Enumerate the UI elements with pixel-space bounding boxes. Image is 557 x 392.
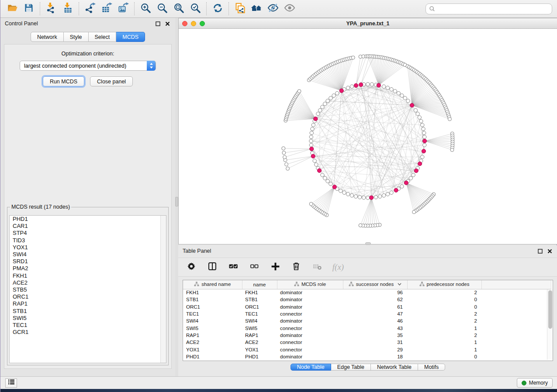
mcds-result-list[interactable]: PHD1CAR1STP4TID3YOX1SWI4SRD1PMA2FKH1ACE2…	[9, 215, 166, 363]
mcds-result-item[interactable]: RAP1	[10, 300, 166, 307]
delete-table-button[interactable]	[311, 261, 323, 273]
table-row[interactable]: RAP1RAP1dominator352	[183, 332, 551, 339]
table-cell[interactable]: YOX1	[183, 346, 242, 353]
mcds-result-item[interactable]: SRD1	[10, 258, 166, 265]
table-cell[interactable]: ACE2	[183, 339, 242, 346]
refresh-view-button[interactable]	[209, 1, 226, 16]
import-table-button[interactable]	[59, 1, 76, 16]
add-column-button[interactable]	[269, 261, 281, 273]
table-cell[interactable]: FKH1	[242, 289, 277, 296]
table-cell[interactable]: FKH1	[183, 289, 242, 296]
tab-select[interactable]: Select	[89, 32, 117, 42]
zoom-out-button[interactable]	[154, 1, 170, 16]
tab-network-table[interactable]: Network Table	[371, 364, 418, 371]
table-cell[interactable]: 2	[407, 317, 481, 324]
table-cell[interactable]: 31	[343, 339, 407, 346]
close-table-panel-icon[interactable]	[546, 248, 553, 254]
table-cell[interactable]: 1	[407, 346, 481, 353]
column-header-predecessor-nodes[interactable]: predecessor nodes	[407, 280, 481, 289]
horizontal-splitter[interactable]	[365, 242, 371, 245]
table-row[interactable]: PHD1PHD1dominator180	[183, 353, 551, 360]
export-table-button[interactable]	[98, 1, 115, 16]
vertical-splitter[interactable]	[175, 18, 178, 376]
table-cell[interactable]: ORC1	[183, 303, 242, 310]
column-header-mcds-role[interactable]: MCDS role	[277, 280, 343, 289]
mcds-result-item[interactable]: FKH1	[10, 272, 166, 279]
network-window-titlebar[interactable]: YPA_prune.txt_1	[179, 18, 557, 29]
table-cell[interactable]: 2	[407, 310, 481, 317]
table-cell[interactable]: dominator	[277, 332, 343, 339]
table-row[interactable]: SWI5SWI5connector431	[183, 324, 551, 331]
column-header-shared-name[interactable]: shared name	[183, 280, 242, 289]
table-cell[interactable]: connector	[277, 339, 343, 346]
table-cell[interactable]: 62	[343, 296, 407, 303]
window-maximize-button[interactable]	[200, 21, 205, 26]
table-cell[interactable]: 2	[407, 332, 481, 339]
table-scrollbar[interactable]	[547, 289, 553, 360]
hide-selected-button[interactable]	[265, 1, 281, 16]
table-cell[interactable]: STB1	[242, 296, 277, 303]
mcds-result-item[interactable]: GCR1	[10, 329, 166, 336]
table-cell[interactable]: 1	[407, 324, 481, 331]
table-cell[interactable]: connector	[277, 310, 343, 317]
run-mcds-button[interactable]: Run MCDS	[43, 76, 84, 86]
mcds-result-item[interactable]: ORC1	[10, 293, 166, 300]
table-cell[interactable]: 61	[343, 303, 407, 310]
mcds-result-item[interactable]: ACE2	[10, 279, 166, 286]
mcds-result-item[interactable]: PMA2	[10, 265, 166, 272]
table-cell[interactable]: YOX1	[242, 346, 277, 353]
save-session-button[interactable]	[21, 1, 37, 16]
table-cell[interactable]: SWI4	[242, 317, 277, 324]
float-panel-icon[interactable]	[154, 20, 161, 27]
mcds-result-item[interactable]: CAR1	[10, 223, 166, 230]
table-cell[interactable]: 0	[407, 303, 481, 310]
network-graph[interactable]	[179, 29, 557, 244]
table-scrollbar-thumb[interactable]	[548, 290, 552, 329]
table-cell[interactable]: 1	[407, 339, 481, 346]
table-cell[interactable]: 0	[407, 353, 481, 360]
table-cell[interactable]: ACE2	[242, 339, 277, 346]
window-close-button[interactable]	[182, 21, 187, 26]
tab-mcds[interactable]: MCDS	[116, 32, 145, 42]
table-cell[interactable]: SWI5	[183, 324, 242, 331]
task-history-button[interactable]	[5, 378, 17, 388]
table-cell[interactable]: dominator	[277, 303, 343, 310]
column-settings-button[interactable]	[185, 261, 197, 273]
mcds-result-item[interactable]: PHD1	[10, 216, 166, 223]
column-header-successor-nodes[interactable]: successor nodes	[343, 280, 407, 289]
duplicate-network-button[interactable]	[232, 1, 248, 16]
zoom-selected-button[interactable]	[187, 1, 204, 16]
table-cell[interactable]: 2	[407, 289, 481, 296]
table-row[interactable]: TEC1TEC1connector472	[183, 310, 551, 317]
table-cell[interactable]: dominator	[277, 353, 343, 360]
mcds-result-item[interactable]: TEC1	[10, 322, 166, 329]
table-cell[interactable]: 35	[343, 332, 407, 339]
tab-motifs[interactable]: Motifs	[418, 364, 445, 371]
delete-column-button[interactable]	[290, 261, 302, 273]
table-cell[interactable]: dominator	[277, 317, 343, 324]
mcds-result-item[interactable]: TID3	[10, 237, 166, 244]
table-cell[interactable]: 96	[343, 289, 407, 296]
table-cell[interactable]: TEC1	[242, 310, 277, 317]
table-row[interactable]: FKH1FKH1dominator962	[183, 289, 551, 296]
table-cell[interactable]: 43	[343, 324, 407, 331]
table-cell[interactable]: dominator	[277, 296, 343, 303]
search-input[interactable]	[437, 6, 549, 12]
open-session-button[interactable]	[4, 1, 21, 16]
table-cell[interactable]: PHD1	[242, 353, 277, 360]
table-cell[interactable]: SWI4	[183, 317, 242, 324]
table-cell[interactable]: STB1	[183, 296, 242, 303]
table-cell[interactable]: PHD1	[183, 353, 242, 360]
table-cell[interactable]: SWI5	[242, 324, 277, 331]
select-all-button[interactable]	[227, 261, 239, 273]
memory-button[interactable]: Memory	[517, 378, 553, 388]
table-row[interactable]: ACE2ACE2connector311	[183, 339, 551, 346]
export-network-button[interactable]	[82, 1, 98, 16]
function-builder-button[interactable]: f(x)	[332, 261, 344, 273]
table-cell[interactable]: RAP1	[183, 332, 242, 339]
mcds-result-item[interactable]: STP4	[10, 230, 166, 237]
zoom-fit-button[interactable]	[170, 1, 187, 16]
table-cell[interactable]: 46	[343, 317, 407, 324]
first-neighbors-button[interactable]	[248, 1, 265, 16]
column-header-name[interactable]: name	[242, 280, 277, 289]
